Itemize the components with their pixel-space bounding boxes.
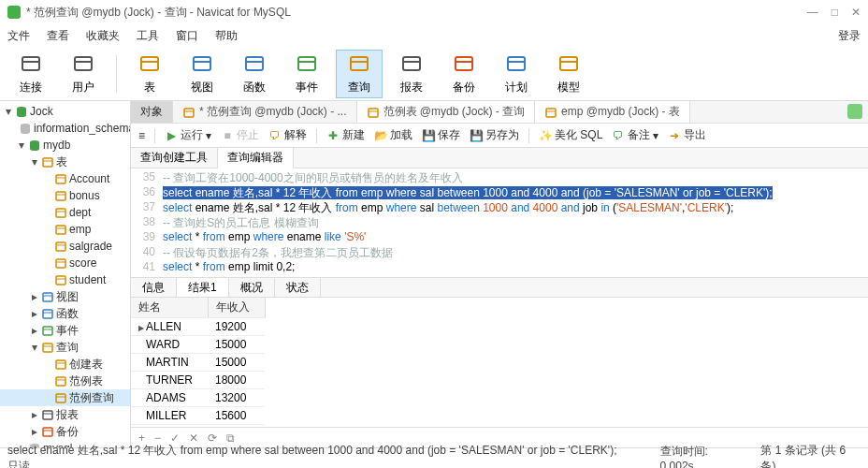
toolbar-报表[interactable]: 报表: [388, 50, 435, 98]
result-tab-info[interactable]: 信息: [131, 278, 177, 297]
tree-arrow-icon[interactable]: ▾: [4, 105, 13, 118]
connection-tree[interactable]: ▾Jockinformation_schema▾mydb▾表Accountbon…: [0, 101, 131, 447]
cell[interactable]: MILLER: [131, 407, 208, 425]
subtab-editor[interactable]: 查询编辑器: [218, 148, 294, 168]
toolbar-事件[interactable]: 事件: [283, 50, 330, 98]
load-button[interactable]: 📂加载: [374, 127, 412, 143]
result-tab-result1[interactable]: 结果1: [177, 278, 229, 297]
tree-item[interactable]: dept: [0, 204, 130, 221]
toolbar-用户[interactable]: 用户: [60, 50, 107, 98]
tree-arrow-icon[interactable]: ▾: [17, 139, 26, 152]
column-header[interactable]: 年收入: [208, 298, 265, 318]
column-header[interactable]: 姓名: [131, 298, 208, 318]
tree-item[interactable]: ▸报表: [0, 406, 130, 423]
tree-arrow-icon[interactable]: ▸: [30, 425, 39, 438]
code-line[interactable]: -- 查询工资在1000-4000之间的职员或销售员的姓名及年收入: [163, 170, 463, 185]
code-line[interactable]: select * from emp limit 0,2;: [163, 260, 295, 275]
tree-item[interactable]: ▸函数: [0, 305, 130, 322]
tree-item[interactable]: Account: [0, 170, 130, 187]
result-grid[interactable]: 姓名年收入ALLEN19200WARD15000MARTIN15000TURNE…: [131, 298, 868, 427]
tree-item[interactable]: 范例查询: [0, 389, 130, 406]
menu-help[interactable]: 帮助: [215, 28, 238, 44]
tree-arrow-icon[interactable]: ▸: [30, 307, 39, 320]
toolbar-查询[interactable]: 查询: [336, 50, 383, 98]
toolbar-连接[interactable]: 连接: [7, 50, 54, 98]
result-tab-status[interactable]: 状态: [275, 278, 321, 297]
cell[interactable]: ALLEN: [131, 318, 208, 336]
tree-item[interactable]: ▸视图: [0, 288, 130, 305]
document-tab[interactable]: 范例表 @mydb (Jock) - 查询: [357, 101, 536, 123]
menu-window[interactable]: 窗口: [176, 28, 198, 44]
toolbar-计划[interactable]: 计划: [493, 50, 540, 98]
menu-favorites[interactable]: 收藏夹: [86, 28, 120, 44]
table-row[interactable]: MARTIN15000: [131, 354, 265, 372]
tree-item[interactable]: ▾表: [0, 154, 130, 170]
comment-button[interactable]: 🗩备注 ▾: [612, 127, 658, 143]
maximize-button[interactable]: □: [832, 6, 838, 19]
explain-button[interactable]: 🗩解释: [268, 127, 307, 143]
code-line[interactable]: -- 假设每页数据有2条，我想查第二页员工数据: [163, 245, 393, 260]
saveas-button[interactable]: 💾另存为: [470, 127, 519, 143]
subtab-builder[interactable]: 查询创建工具: [131, 148, 218, 168]
table-row[interactable]: ADAMS13200: [131, 389, 265, 407]
minimize-button[interactable]: —: [807, 6, 818, 19]
save-button[interactable]: 💾保存: [422, 127, 460, 143]
export-button[interactable]: ➜导出: [668, 127, 706, 143]
tree-item[interactable]: emp: [0, 221, 130, 238]
cell[interactable]: ADAMS: [131, 389, 208, 407]
new-tab-button[interactable]: [847, 104, 862, 119]
cell[interactable]: 15600: [208, 407, 265, 425]
tree-arrow-icon[interactable]: ▸: [30, 408, 39, 421]
cell[interactable]: TURNER: [131, 372, 208, 389]
toolbar-表[interactable]: 表: [126, 50, 173, 98]
document-tab[interactable]: emp @mydb (Jock) - 表: [535, 101, 690, 123]
menu-file[interactable]: 文件: [7, 28, 30, 44]
sql-editor[interactable]: 35-- 查询工资在1000-4000之间的职员或销售员的姓名及年收入36sel…: [131, 168, 868, 277]
cell[interactable]: 15000: [208, 354, 265, 372]
code-line[interactable]: select ename 姓名,sal * 12 年收入 from emp wh…: [163, 185, 773, 200]
tree-item[interactable]: ▸备份: [0, 423, 130, 440]
menu-view[interactable]: 查看: [47, 28, 69, 44]
toolbar-模型[interactable]: 模型: [545, 50, 592, 98]
table-row[interactable]: MILLER15600: [131, 407, 265, 425]
code-line[interactable]: select * from emp where ename like 'S%': [163, 230, 366, 245]
tree-arrow-icon[interactable]: ▾: [30, 155, 39, 168]
toolbar-视图[interactable]: 视图: [179, 50, 225, 98]
toolbar-备份[interactable]: 备份: [441, 50, 487, 98]
stop-button[interactable]: ■停止: [221, 127, 259, 143]
tree-item[interactable]: ▾mydb: [0, 137, 130, 154]
login-link[interactable]: 登录: [838, 28, 861, 44]
tree-item[interactable]: salgrade: [0, 238, 130, 255]
toolbar-函数[interactable]: 函数: [231, 50, 278, 98]
tree-item[interactable]: bonus: [0, 187, 130, 204]
cell[interactable]: WARD: [131, 336, 208, 354]
code-line[interactable]: -- 查询姓S的员工信息 模糊查询: [163, 215, 319, 230]
table-row[interactable]: WARD15000: [131, 336, 265, 354]
cell[interactable]: 15000: [208, 336, 265, 354]
tree-item[interactable]: 创建表: [0, 356, 130, 373]
document-tab[interactable]: 对象: [131, 101, 173, 123]
code-line[interactable]: select ename 姓名,sal * 12 年收入 from emp wh…: [163, 200, 733, 215]
menu-tools[interactable]: 工具: [137, 28, 159, 44]
run-button[interactable]: ▶运行 ▾: [165, 127, 211, 143]
tree-item[interactable]: information_schema: [0, 120, 130, 137]
new-button[interactable]: ✚新建: [326, 127, 365, 143]
document-tab[interactable]: * 范例查询 @mydb (Jock) - ...: [173, 101, 357, 123]
cell[interactable]: 19200: [208, 318, 265, 336]
tree-item[interactable]: score: [0, 255, 130, 271]
table-row[interactable]: TURNER18000: [131, 372, 265, 389]
table-row[interactable]: ALLEN19200: [131, 318, 265, 336]
tree-item[interactable]: 范例表: [0, 373, 130, 389]
cell[interactable]: MARTIN: [131, 354, 208, 372]
result-tab-profile[interactable]: 概况: [229, 278, 275, 297]
menu-icon[interactable]: ≡: [138, 129, 145, 142]
tree-arrow-icon[interactable]: ▾: [30, 341, 39, 354]
beautify-button[interactable]: ✨美化 SQL: [539, 127, 602, 143]
cell[interactable]: 13200: [208, 389, 265, 407]
tree-arrow-icon[interactable]: ▸: [30, 324, 39, 337]
close-button[interactable]: ✕: [851, 6, 861, 19]
tree-item[interactable]: ▸事件: [0, 322, 130, 339]
cell[interactable]: 18000: [208, 372, 265, 389]
tree-item[interactable]: student: [0, 271, 130, 288]
tree-item[interactable]: ▾Jock: [0, 103, 130, 120]
